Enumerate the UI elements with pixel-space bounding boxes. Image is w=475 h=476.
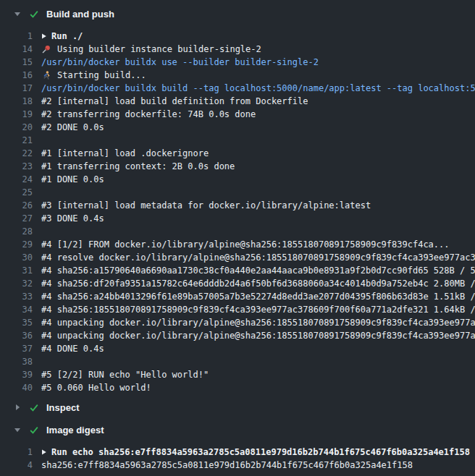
log-line: 33#4 sha256:a24bb4013296f61e89ba57005a7b… xyxy=(0,290,475,303)
section-title: Image digest xyxy=(46,425,104,435)
line-number[interactable]: 29 xyxy=(0,239,33,250)
line-number[interactable]: 18 xyxy=(0,96,33,106)
line-number[interactable]: 31 xyxy=(0,265,33,276)
pushpin-icon xyxy=(41,45,51,54)
log-line: 26#3 [internal] load metadata for docker… xyxy=(0,199,475,212)
log-line-content: #3 [internal] load metadata for docker.i… xyxy=(41,200,371,211)
section-header-image-digest[interactable]: Image digest xyxy=(0,423,475,436)
section-header-build-and-push[interactable]: Build and push xyxy=(0,7,475,20)
log-block-image-digest: 1Run echo sha256:e7ff8834a5963a2785c5a08… xyxy=(0,446,475,472)
log-text: #4 unpacking docker.io/library/alpine@sh… xyxy=(41,331,475,341)
line-number[interactable]: 33 xyxy=(0,292,33,302)
chevron-down-icon[interactable] xyxy=(14,426,21,433)
log-text: #4 sha256:185518070891758909c9f839cf4ca3… xyxy=(41,305,475,315)
log-line-content: #4 sha256:df20fa9351a15782c64e6dddb2d4a6… xyxy=(41,279,475,289)
log-text: #2 DONE 0.0s xyxy=(41,122,104,132)
log-line-content: #5 [2/2] RUN echo "Hello world!" xyxy=(41,370,209,380)
log-line-content: #2 [internal] load build definition from… xyxy=(41,96,308,106)
line-number[interactable]: 36 xyxy=(0,331,33,341)
line-number[interactable]: 23 xyxy=(0,161,33,171)
line-number[interactable]: 39 xyxy=(0,370,33,380)
log-line-content: Starting build... xyxy=(41,70,146,80)
log-line: 25 xyxy=(0,186,475,199)
log-text: #4 [1/2] FROM docker.io/library/alpine@s… xyxy=(41,239,450,250)
log-line: 1Run ./ xyxy=(0,30,475,43)
log-line-content: Using builder instance builder-single-2 xyxy=(41,44,261,54)
log-text: #4 resolve docker.io/library/alpine@sha2… xyxy=(41,252,475,263)
log-line-content: #2 DONE 0.0s xyxy=(41,122,104,132)
log-line: 15/usr/bin/docker buildx use --builder b… xyxy=(0,56,475,69)
log-text: #4 sha256:a24bb4013296f61e89ba57005a7b3e… xyxy=(41,292,475,302)
log-line-content: #1 DONE 0.0s xyxy=(41,174,104,184)
line-number[interactable]: 19 xyxy=(0,109,33,119)
log-text: Using builder instance builder-single-2 xyxy=(57,44,261,54)
line-number[interactable]: 1 xyxy=(0,31,33,41)
log-text: Starting build... xyxy=(57,70,146,80)
line-number[interactable]: 35 xyxy=(0,318,33,328)
log-text: #5 [2/2] RUN echo "Hello world!" xyxy=(41,370,209,380)
line-number[interactable]: 1 xyxy=(0,447,33,457)
log-line-content: #1 [internal] load .dockerignore xyxy=(41,148,209,158)
log-line: 4sha256:e7ff8834a5963a2785c5a0811e979d16… xyxy=(0,459,475,472)
log-line-content: #4 sha256:185518070891758909c9f839cf4ca3… xyxy=(41,305,475,315)
section-title: Inspect xyxy=(46,402,80,413)
chevron-down-icon[interactable] xyxy=(14,10,21,17)
line-number[interactable]: 22 xyxy=(0,148,33,158)
chevron-right-icon[interactable] xyxy=(14,404,21,411)
log-line-content: #4 sha256:a15790640a6690aa1730c38cf0a440… xyxy=(41,265,475,276)
log-line-content: #4 [1/2] FROM docker.io/library/alpine@s… xyxy=(41,239,450,250)
log-text: #1 transferring context: 2B 0.0s done xyxy=(41,161,235,171)
line-number[interactable]: 17 xyxy=(0,83,33,93)
line-number[interactable]: 37 xyxy=(0,344,33,354)
log-text: #3 DONE 0.4s xyxy=(41,213,104,224)
log-line-content: Run echo sha256:e7ff8834a5963a2785c5a081… xyxy=(41,447,470,457)
section-header-inspect[interactable]: Inspect xyxy=(0,401,475,414)
log-line: 36#4 unpacking docker.io/library/alpine@… xyxy=(0,329,475,342)
log-line-content: #1 transferring context: 2B 0.0s done xyxy=(41,161,235,171)
line-number[interactable]: 25 xyxy=(0,187,33,197)
log-line: 16Starting build... xyxy=(0,69,475,82)
log-line: 35#4 unpacking docker.io/library/alpine@… xyxy=(0,316,475,329)
line-number[interactable]: 27 xyxy=(0,213,33,224)
section-title: Build and push xyxy=(46,9,114,20)
line-number[interactable]: 20 xyxy=(0,122,33,132)
log-line: 37#4 DONE 0.4s xyxy=(0,342,475,355)
log-text: #1 DONE 0.0s xyxy=(41,174,104,184)
log-text: Run ./ xyxy=(51,31,83,41)
expand-arrow-icon[interactable] xyxy=(41,449,47,456)
log-line-content: #3 DONE 0.4s xyxy=(41,213,104,224)
log-text: Run echo sha256:e7ff8834a5963a2785c5a081… xyxy=(51,447,470,457)
log-text: #2 transferring dockerfile: 74B 0.0s don… xyxy=(41,109,256,119)
log-line: 29#4 [1/2] FROM docker.io/library/alpine… xyxy=(0,238,475,251)
log-line: 30#4 resolve docker.io/library/alpine@sh… xyxy=(0,251,475,264)
log-line-content: #4 sha256:a24bb4013296f61e89ba57005a7b3e… xyxy=(41,292,475,302)
log-line: 39#5 [2/2] RUN echo "Hello world!" xyxy=(0,368,475,381)
log-text: #1 [internal] load .dockerignore xyxy=(41,148,209,158)
line-number[interactable]: 26 xyxy=(0,200,33,211)
line-number[interactable]: 32 xyxy=(0,279,33,289)
log-text: #4 sha256:df20fa9351a15782c64e6dddb2d4a6… xyxy=(41,279,475,289)
line-number[interactable]: 40 xyxy=(0,383,33,393)
log-line-content: /usr/bin/docker buildx build --tag local… xyxy=(41,83,475,93)
line-number[interactable]: 34 xyxy=(0,305,33,315)
log-line: 32#4 sha256:df20fa9351a15782c64e6dddb2d4… xyxy=(0,277,475,290)
expand-arrow-icon[interactable] xyxy=(41,33,47,40)
line-number[interactable]: 15 xyxy=(0,57,33,67)
line-number[interactable]: 24 xyxy=(0,174,33,184)
line-number[interactable]: 4 xyxy=(0,460,33,470)
log-line: 18#2 [internal] load build definition fr… xyxy=(0,95,475,108)
line-number[interactable]: 28 xyxy=(0,226,33,237)
line-number[interactable]: 16 xyxy=(0,70,33,80)
log-line-content: /usr/bin/docker buildx use --builder bui… xyxy=(41,57,319,67)
log-text: #5 0.060 Hello world! xyxy=(41,383,151,393)
line-number[interactable]: 21 xyxy=(0,135,33,145)
line-number[interactable]: 38 xyxy=(0,357,33,367)
line-number[interactable]: 30 xyxy=(0,252,33,263)
log-text: #4 unpacking docker.io/library/alpine@sh… xyxy=(41,318,475,328)
log-line-content: #4 DONE 0.4s xyxy=(41,344,104,354)
log-line: 28 xyxy=(0,225,475,238)
line-number[interactable]: 14 xyxy=(0,44,33,54)
log-line-content: sha256:e7ff8834a5963a2785c5a0811e979d16b… xyxy=(41,460,413,470)
log-line: 22#1 [internal] load .dockerignore xyxy=(0,147,475,160)
log-text: #4 DONE 0.4s xyxy=(41,344,104,354)
